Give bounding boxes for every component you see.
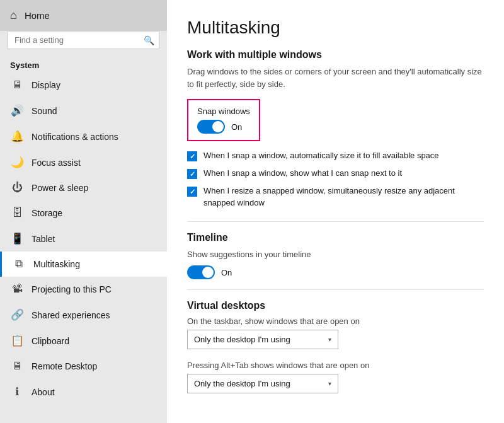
- sidebar-item-storage[interactable]: 🗄 Storage: [0, 200, 167, 226]
- sidebar-item-label: Power & sleep: [32, 183, 88, 193]
- sidebar-item-about[interactable]: ℹ About: [0, 379, 167, 405]
- timeline-toggle[interactable]: [187, 265, 215, 279]
- sidebar-item-notifications[interactable]: 🔔 Notifications & actions: [0, 124, 167, 149]
- projecting-icon: 📽: [10, 283, 24, 296]
- main-content: Multitasking Work with multiple windows …: [167, 0, 504, 423]
- sidebar-item-display[interactable]: 🖥 Display: [0, 72, 167, 98]
- snap-toggle-row: On: [197, 120, 250, 134]
- divider-2: [187, 289, 484, 290]
- clipboard-icon: 📋: [10, 334, 24, 347]
- sidebar-item-label: About: [32, 387, 55, 397]
- focus-icon: 🌙: [10, 156, 24, 169]
- sidebar-item-label: Remote Desktop: [32, 361, 97, 371]
- sidebar-item-tablet[interactable]: 📱 Tablet: [0, 226, 167, 252]
- chevron-down-icon: ▾: [328, 336, 331, 343]
- checkbox-3-label: When I resize a snapped window, simultan…: [203, 185, 484, 208]
- search-icon: 🔍: [144, 35, 154, 45]
- sidebar-item-label: Projecting to this PC: [32, 284, 112, 294]
- sidebar: ⌂ Home 🔍 System 🖥 Display 🔊 Sound 🔔 Noti…: [0, 0, 167, 423]
- about-icon: ℹ: [10, 385, 24, 398]
- sidebar-item-focus[interactable]: 🌙 Focus assist: [0, 149, 167, 175]
- checkbox-2-label: When I snap a window, show what I can sn…: [203, 168, 402, 179]
- checkbox-item[interactable]: When I snap a window, automatically size…: [187, 150, 484, 161]
- sound-icon: 🔊: [10, 104, 24, 117]
- sidebar-item-shared[interactable]: 🔗 Shared experiences: [0, 302, 167, 328]
- shared-icon: 🔗: [10, 308, 24, 322]
- sidebar-section-system: System: [0, 55, 167, 72]
- sidebar-item-power[interactable]: ⏻ Power & sleep: [0, 175, 167, 200]
- taskbar-dropdown[interactable]: Only the desktop I'm using ▾: [187, 330, 338, 349]
- alttab-dropdown[interactable]: Only the desktop I'm using ▾: [187, 374, 338, 393]
- section3-title: Virtual desktops: [187, 300, 484, 311]
- remote-icon: 🖥: [10, 360, 24, 373]
- divider-1: [187, 221, 484, 222]
- checkbox-1-label: When I snap a window, automatically size…: [203, 150, 439, 161]
- snap-checkboxes: When I snap a window, automatically size…: [187, 150, 484, 209]
- sidebar-home-button[interactable]: ⌂ Home: [0, 0, 167, 31]
- taskbar-dropdown-label: On the taskbar, show windows that are op…: [187, 316, 484, 326]
- sidebar-item-label: Tablet: [32, 234, 55, 244]
- sidebar-item-label: Multitasking: [33, 259, 80, 269]
- notifications-icon: 🔔: [10, 130, 24, 143]
- sidebar-item-label: Storage: [32, 208, 62, 218]
- tablet-icon: 📱: [10, 232, 24, 245]
- multitasking-icon: ⧉: [12, 258, 26, 270]
- sidebar-item-projecting[interactable]: 📽 Projecting to this PC: [0, 277, 167, 302]
- sidebar-item-sound[interactable]: 🔊 Sound: [0, 98, 167, 124]
- snap-toggle[interactable]: [197, 120, 225, 134]
- display-icon: 🖥: [10, 79, 24, 91]
- timeline-toggle-label: On: [221, 268, 232, 277]
- sidebar-item-label: Clipboard: [32, 336, 69, 346]
- taskbar-dropdown-container: On the taskbar, show windows that are op…: [187, 316, 484, 349]
- chevron-down-icon: ▾: [328, 380, 331, 387]
- home-icon: ⌂: [10, 9, 17, 22]
- alttab-dropdown-label: Pressing Alt+Tab shows windows that are …: [187, 361, 484, 370]
- section2-title: Timeline: [187, 232, 484, 243]
- sidebar-item-label: Shared experiences: [32, 310, 110, 320]
- sidebar-item-label: Sound: [32, 106, 57, 116]
- sidebar-item-clipboard[interactable]: 📋 Clipboard: [0, 328, 167, 354]
- checkbox-1[interactable]: [187, 151, 197, 161]
- alttab-dropdown-container: Pressing Alt+Tab shows windows that are …: [187, 361, 484, 393]
- section1-desc: Drag windows to the sides or corners of …: [187, 66, 484, 90]
- checkbox-item[interactable]: When I snap a window, show what I can sn…: [187, 168, 484, 179]
- checkbox-item[interactable]: When I resize a snapped window, simultan…: [187, 185, 484, 208]
- power-icon: ⏻: [10, 182, 24, 194]
- sidebar-item-multitasking[interactable]: ⧉ Multitasking: [0, 252, 167, 277]
- snap-windows-box: Snap windows On: [187, 99, 260, 141]
- timeline-desc: Show suggestions in your timeline: [187, 248, 484, 261]
- search-input[interactable]: [8, 31, 159, 49]
- section1-title: Work with multiple windows: [187, 49, 484, 61]
- timeline-toggle-row: On: [187, 265, 484, 279]
- alttab-dropdown-value: Only the desktop I'm using: [194, 379, 290, 388]
- checkbox-2[interactable]: [187, 169, 197, 179]
- snap-toggle-label: On: [231, 122, 242, 132]
- sidebar-item-remote[interactable]: 🖥 Remote Desktop: [0, 354, 167, 379]
- taskbar-dropdown-value: Only the desktop I'm using: [194, 335, 290, 344]
- sidebar-item-label: Display: [32, 80, 60, 90]
- sidebar-item-label: Focus assist: [32, 158, 81, 168]
- storage-icon: 🗄: [10, 207, 24, 219]
- checkbox-3[interactable]: [187, 187, 197, 197]
- snap-box-label: Snap windows: [197, 107, 250, 116]
- page-title: Multitasking: [187, 18, 484, 38]
- sidebar-home-label: Home: [25, 10, 50, 21]
- sidebar-item-label: Notifications & actions: [32, 132, 118, 142]
- sidebar-search-container: 🔍: [8, 31, 159, 49]
